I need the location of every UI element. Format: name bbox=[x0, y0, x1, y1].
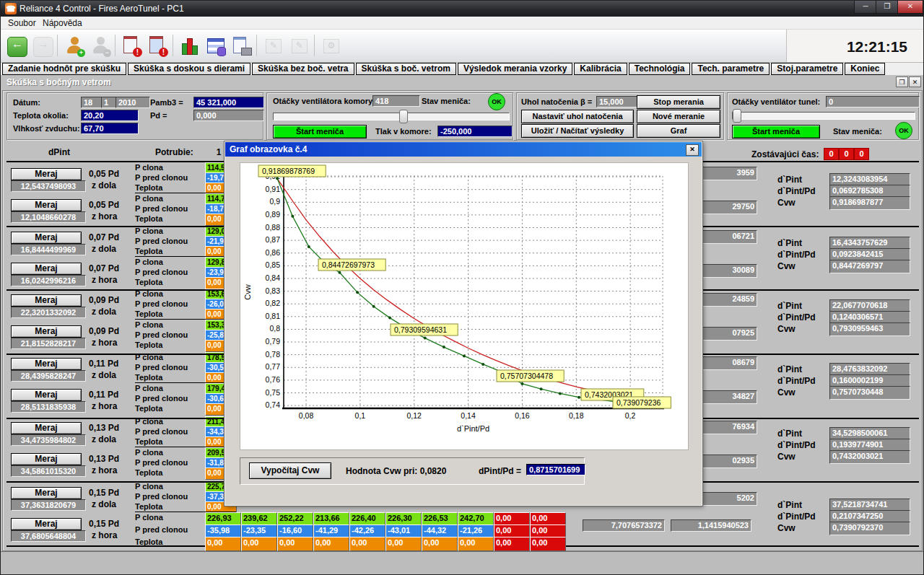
tab-8[interactable]: Tech. parametre bbox=[692, 63, 770, 75]
hodnota-cvw-label: Hodnota Cvw pri: 0,0820 bbox=[346, 466, 446, 476]
tunnel-fan-slider-thumb[interactable] bbox=[733, 109, 741, 123]
meraj-value: 16,0242996216 bbox=[11, 275, 86, 286]
x-tick-label: 0,2 bbox=[625, 411, 636, 420]
mdi-restore-button[interactable]: ❐ bbox=[896, 76, 908, 87]
dpintpd-input[interactable]: 0,8715701699 bbox=[526, 464, 585, 475]
direction-label: z hora bbox=[92, 275, 117, 285]
meraj-button[interactable]: Meraj bbox=[11, 358, 82, 370]
y-tick-label: 0,85 bbox=[266, 260, 281, 269]
cvw-label: Cvw bbox=[777, 387, 796, 398]
graph-dialog-close-icon[interactable]: ✕ bbox=[686, 144, 699, 156]
dpint-pd-label: d`Pint/Pd bbox=[777, 250, 816, 260]
meraj-button[interactable]: Meraj bbox=[11, 232, 82, 244]
chamber-start-inverter-button[interactable]: Štart meniča bbox=[273, 125, 367, 139]
tab-7[interactable]: Technológia bbox=[629, 63, 691, 75]
angle-field[interactable]: 15,000 bbox=[596, 96, 638, 107]
meraj-button[interactable]: Meraj bbox=[11, 422, 82, 434]
data-point bbox=[481, 363, 484, 366]
dpint-label: d`Pint bbox=[777, 301, 802, 311]
user-badge: + bbox=[77, 49, 85, 57]
y-tick-label: 0,87 bbox=[266, 235, 281, 244]
new-measurement-button[interactable]: Nové meranie bbox=[637, 110, 720, 123]
extra-value-1: 7,7076573372 bbox=[583, 519, 665, 532]
y-tick-label: 0,81 bbox=[266, 312, 281, 320]
graph-button[interactable]: Graf bbox=[637, 124, 720, 138]
chamber-inverter-ok-indicator: OK bbox=[488, 93, 505, 110]
y-tick-label: 0,9 bbox=[269, 197, 280, 206]
dpint-label: d`Pint bbox=[777, 175, 802, 185]
pd-level-label: 0,13 Pd bbox=[89, 454, 119, 464]
meraj-button[interactable]: Meraj bbox=[11, 487, 82, 499]
menu-napoveda[interactable]: Nápověda bbox=[38, 18, 87, 28]
date-year-field[interactable]: 2010 bbox=[116, 97, 150, 108]
tab-6[interactable]: Kalibrácia bbox=[574, 63, 627, 75]
p-pred-clonou-label: P pred clonou bbox=[135, 173, 188, 182]
tab-3[interactable]: Skúška bez boč. vetra bbox=[252, 63, 354, 75]
tab-2[interactable]: Skúška s doskou s dierami bbox=[128, 63, 250, 75]
calculate-cvw-button[interactable]: Vypočítaj Cvw bbox=[249, 462, 331, 479]
y-tick-label: 0,82 bbox=[266, 299, 281, 307]
p-pred-clonou-label: P pred clonou bbox=[135, 330, 188, 339]
back-icon[interactable]: ← bbox=[5, 35, 28, 58]
minimize-button[interactable]: ─ bbox=[854, 1, 877, 14]
cvw-value: 0,9186987877 bbox=[829, 196, 910, 210]
meraj-button[interactable]: Meraj bbox=[11, 389, 82, 401]
p-pred-clonou-label: P pred clonou bbox=[135, 458, 188, 467]
dpint-header: dPint bbox=[48, 147, 70, 157]
set-angle-button[interactable]: Nastaviť uhol natočenia bbox=[521, 110, 634, 123]
table-icon[interactable] bbox=[204, 35, 227, 58]
remaining-digit: 0 bbox=[839, 148, 854, 160]
p-clona-label: P clona bbox=[135, 227, 163, 235]
maximize-button[interactable]: ❐ bbox=[876, 1, 899, 14]
chart-icon[interactable] bbox=[178, 35, 201, 58]
pamb3-value: 45 321,000 bbox=[193, 97, 264, 108]
meraj-button[interactable]: Meraj bbox=[11, 453, 82, 465]
cvw-chart: 0,740,750,760,770,780,790,80,810,820,830… bbox=[240, 163, 687, 448]
tab-5[interactable]: Výsledok merania vzorky bbox=[458, 63, 572, 75]
user-remove-icon: − bbox=[89, 35, 112, 58]
chamber-fan-slider-thumb[interactable] bbox=[399, 110, 408, 123]
user-add-icon[interactable]: + bbox=[63, 35, 86, 58]
direction-label: z hora bbox=[92, 338, 117, 348]
meraj-button[interactable]: Meraj bbox=[11, 294, 82, 307]
mdi-close-button[interactable]: ✕ bbox=[909, 76, 921, 87]
menu-soubor[interactable]: Soubor bbox=[4, 18, 40, 28]
tab-9[interactable]: Stoj.parametre bbox=[771, 63, 843, 75]
tab-10[interactable]: Koniec bbox=[845, 63, 885, 75]
tab-1[interactable]: Zadanie hodnôt pre skúšku bbox=[2, 63, 126, 75]
alarm-folder-icon[interactable]: ! bbox=[147, 35, 170, 58]
meraj-button[interactable]: Meraj bbox=[11, 199, 82, 211]
meraj-button[interactable]: Meraj bbox=[11, 263, 82, 275]
meraj-value: 12,1048660278 bbox=[11, 211, 86, 223]
alarm-document-icon[interactable]: ! bbox=[121, 35, 144, 58]
toolbar: ←→+−!!✎✎⚙ bbox=[1, 30, 786, 63]
chamber-fan-slider[interactable] bbox=[273, 113, 510, 120]
tunnel-inverter-label: Stav meniča: bbox=[833, 127, 882, 136]
report-print-icon[interactable] bbox=[230, 35, 253, 58]
graph-dialog-titlebar[interactable]: Graf obrazovka č.4 bbox=[225, 142, 702, 157]
direction-label: z dola bbox=[92, 244, 116, 254]
pd-level-label: 0,07 Pd bbox=[89, 232, 119, 242]
graph-dialog-footer: Vypočítaj Cvw Hodnota Cvw pri: 0,0820 dP… bbox=[240, 457, 585, 485]
tab-4[interactable]: Skúška s boč. vetrom bbox=[356, 63, 456, 75]
teplota-label: Teplota bbox=[135, 247, 162, 255]
user-head bbox=[97, 37, 105, 45]
stop-measurement-button[interactable]: Stop merania bbox=[637, 95, 720, 109]
teplota-label: Teplota bbox=[135, 214, 162, 223]
tunnel-fan-groupbox: Otáčky ventilátor tunel: 0 Štart meniča … bbox=[727, 92, 919, 140]
tunnel-start-inverter-button[interactable]: Štart meniča bbox=[732, 125, 820, 139]
meraj-value: 28,4395828247 bbox=[11, 370, 86, 382]
data-point bbox=[520, 382, 523, 385]
p-clona-label: P clona bbox=[135, 448, 163, 457]
meraj-button[interactable]: Meraj bbox=[11, 168, 82, 180]
save-load-results-button[interactable]: Uložiť / Načítať výsledky bbox=[521, 124, 634, 138]
meraj-button[interactable]: Meraj bbox=[11, 518, 82, 530]
meraj-button[interactable]: Meraj bbox=[11, 325, 82, 338]
close-button[interactable]: ✕ bbox=[897, 1, 923, 14]
toolbar-separator bbox=[57, 35, 58, 56]
mdi-window-title: Skúška s bočným vetrom bbox=[6, 77, 111, 87]
humidity-label: Vlhkosť zvduchu: bbox=[13, 124, 80, 133]
tunnel-fan-slider[interactable] bbox=[732, 112, 915, 120]
p-pred-clonou-label: P pred clonou bbox=[135, 204, 188, 213]
direction-label: z hora bbox=[92, 401, 117, 411]
